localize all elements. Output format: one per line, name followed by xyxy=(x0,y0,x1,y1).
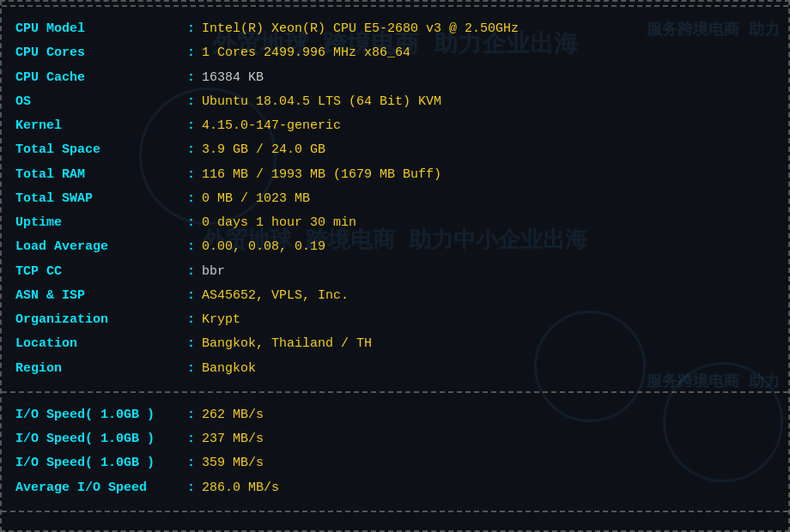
row-colon: : xyxy=(187,236,195,258)
table-row: Organization: Krypt xyxy=(15,308,775,332)
row-colon: : xyxy=(187,188,195,210)
table-row: ASN & ISP: AS45652, VPLS, Inc. xyxy=(15,284,775,308)
table-row: Kernel: 4.15.0-147-generic xyxy=(15,114,775,138)
top-divider xyxy=(2,5,788,7)
row-label: OS xyxy=(15,91,187,113)
row-value: AS45652, VPLS, Inc. xyxy=(202,285,349,307)
row-colon: : xyxy=(187,477,195,499)
table-row: CPU Cores: 1 Cores 2499.996 MHz x86_64 xyxy=(15,41,775,65)
table-row: CPU Cache: 16384 KB xyxy=(15,66,775,90)
row-colon: : xyxy=(187,285,195,307)
row-label: Total SWAP xyxy=(15,188,187,210)
row-value: 262 MB/s xyxy=(202,404,264,426)
row-value: Bangkok xyxy=(202,358,256,380)
row-value: 4.15.0-147-generic xyxy=(202,115,341,137)
table-row: I/O Speed( 1.0GB ): 359 MB/s xyxy=(15,451,775,475)
row-colon: : xyxy=(187,91,195,113)
row-value: 237 MB/s xyxy=(202,428,264,450)
row-label: CPU Cores xyxy=(15,42,187,64)
row-label: Load Average xyxy=(15,236,187,258)
row-value: 116 MB / 1993 MB (1679 MB Buff) xyxy=(202,164,441,186)
row-value: Bangkok, Thailand / TH xyxy=(202,333,372,355)
row-label: CPU Cache xyxy=(15,67,187,89)
table-row: Average I/O Speed: 286.0 MB/s xyxy=(15,476,775,500)
row-colon: : xyxy=(187,333,195,355)
row-colon: : xyxy=(187,358,195,380)
row-value: 359 MB/s xyxy=(202,452,264,475)
table-row: Uptime: 0 days 1 hour 30 min xyxy=(15,211,775,235)
io-info-section: I/O Speed( 1.0GB ): 262 MB/sI/O Speed( 1… xyxy=(2,396,788,507)
table-row: Total RAM: 116 MB / 1993 MB (1679 MB Buf… xyxy=(15,163,775,187)
row-label: Average I/O Speed xyxy=(15,477,187,499)
row-label: I/O Speed( 1.0GB ) xyxy=(15,452,187,475)
row-colon: : xyxy=(187,428,195,450)
table-row: CPU Model: Intel(R) Xeon(R) CPU E5-2680 … xyxy=(15,17,775,41)
bottom-divider xyxy=(2,511,788,512)
row-colon: : xyxy=(187,404,195,426)
row-label: Organization xyxy=(15,309,187,331)
row-colon: : xyxy=(187,309,195,331)
table-row: Location: Bangkok, Thailand / TH xyxy=(15,332,775,356)
row-value: Ubuntu 18.04.5 LTS (64 Bit) KVM xyxy=(202,91,441,113)
row-colon: : xyxy=(187,139,195,161)
table-row: TCP CC: bbr xyxy=(15,260,775,284)
row-label: CPU Model xyxy=(15,18,187,40)
row-label: I/O Speed( 1.0GB ) xyxy=(15,428,187,450)
row-value: 0 MB / 1023 MB xyxy=(202,188,310,210)
row-label: TCP CC xyxy=(15,261,187,283)
row-value: 1 Cores 2499.996 MHz x86_64 xyxy=(202,42,410,64)
row-colon: : xyxy=(187,42,195,64)
row-label: Kernel xyxy=(15,115,187,137)
system-info-section: CPU Model: Intel(R) Xeon(R) CPU E5-2680 … xyxy=(2,10,788,388)
row-label: ASN & ISP xyxy=(15,285,187,307)
row-value: Krypt xyxy=(202,309,240,331)
row-colon: : xyxy=(187,212,195,234)
mid-divider xyxy=(2,391,788,393)
table-row: OS: Ubuntu 18.04.5 LTS (64 Bit) KVM xyxy=(15,90,775,114)
row-value: Intel(R) Xeon(R) CPU E5-2680 v3 @ 2.50GH… xyxy=(202,18,519,40)
table-row: Region: Bangkok xyxy=(15,357,775,381)
table-row: Total Space: 3.9 GB / 24.0 GB xyxy=(15,138,775,162)
row-colon: : xyxy=(187,18,195,40)
table-row: Load Average: 0.00, 0.08, 0.19 xyxy=(15,235,775,259)
row-label: Region xyxy=(15,358,187,380)
row-value: 16384 KB xyxy=(202,67,264,89)
row-label: Total Space xyxy=(15,139,187,161)
row-value: 286.0 MB/s xyxy=(202,477,279,499)
row-colon: : xyxy=(187,452,195,475)
row-label: I/O Speed( 1.0GB ) xyxy=(15,404,187,426)
row-label: Total RAM xyxy=(15,164,187,186)
row-label: Uptime xyxy=(15,212,187,234)
row-value: bbr xyxy=(202,261,225,283)
row-colon: : xyxy=(187,115,195,137)
table-row: I/O Speed( 1.0GB ): 262 MB/s xyxy=(15,403,775,427)
row-value: 0 days 1 hour 30 min xyxy=(202,212,356,234)
table-row: I/O Speed( 1.0GB ): 237 MB/s xyxy=(15,427,775,451)
row-label: Location xyxy=(15,333,187,355)
main-container: 外贸地球 跨境电商 助力企业出海 外贸地球 跨境电商 助力中小企业出海 服务跨境… xyxy=(0,0,790,532)
row-value: 0.00, 0.08, 0.19 xyxy=(202,236,325,258)
table-row: Total SWAP: 0 MB / 1023 MB xyxy=(15,187,775,211)
row-value: 3.9 GB / 24.0 GB xyxy=(202,139,325,161)
row-colon: : xyxy=(187,67,195,89)
row-colon: : xyxy=(187,261,195,283)
row-colon: : xyxy=(187,164,195,186)
